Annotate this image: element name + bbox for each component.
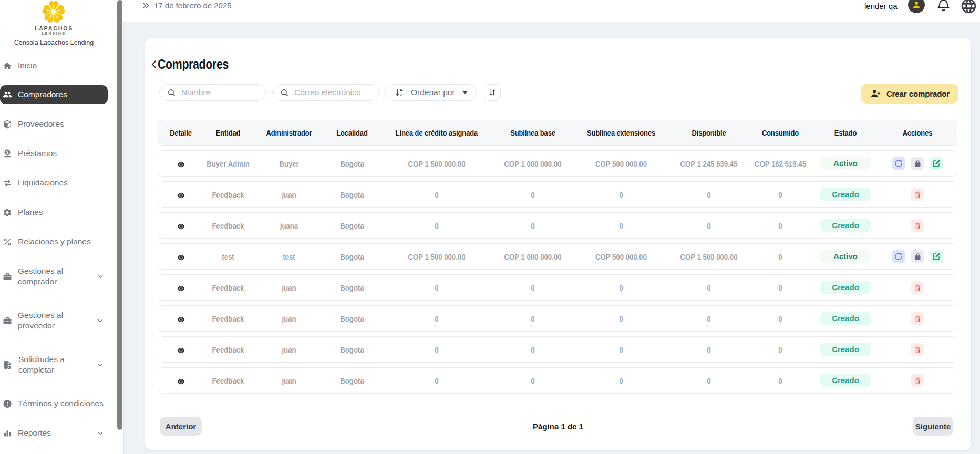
svg-text:Z: Z [400, 92, 402, 96]
svg-text:A: A [400, 88, 403, 92]
svg-text:$: $ [6, 150, 9, 155]
